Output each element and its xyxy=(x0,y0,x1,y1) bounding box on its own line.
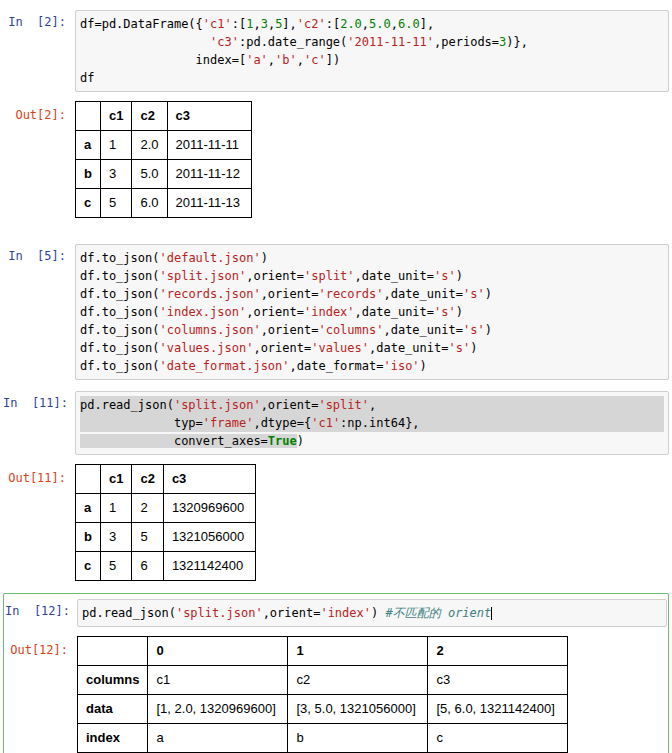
code-token xyxy=(80,35,210,49)
output-area: c1c2c3a121320969600b351321056000c5613211… xyxy=(75,462,256,583)
code-token: ) xyxy=(470,341,477,355)
table-cell: 3 xyxy=(100,160,131,189)
table-index-cell: b xyxy=(76,523,101,552)
code-token: 'index.json' xyxy=(159,305,246,319)
code-line: df.to_json('columns.json',orient='column… xyxy=(80,321,664,339)
table-cell: 2 xyxy=(132,494,163,523)
output-area: c1c2c3a12.02011-11-11b35.02011-11-12c56.… xyxy=(75,99,252,220)
table-header-cell: 2 xyxy=(428,637,568,666)
table-cell: b xyxy=(288,724,428,753)
code-token: 'iso' xyxy=(383,359,419,373)
code-token: 'c1' xyxy=(311,416,340,430)
table-row: b35.02011-11-12 xyxy=(76,160,252,189)
code-token: , xyxy=(391,17,398,31)
code-token: 'split.json' xyxy=(159,269,246,283)
code-token: 'columns.json' xyxy=(159,323,260,337)
table-cell: c2 xyxy=(288,666,428,695)
table-cell: a xyxy=(148,724,288,753)
code-token: 'columns' xyxy=(318,323,383,337)
output-prompt: Out[11]: xyxy=(3,462,75,485)
table-cell: [3, 5.0, 1321056000] xyxy=(288,695,428,724)
code-token: df.to_json( xyxy=(80,359,159,373)
code-token: 'records' xyxy=(318,287,383,301)
table-index-cell: columns xyxy=(78,666,148,695)
code-token: 's' xyxy=(463,287,485,301)
code-token: convert_axes= xyxy=(80,434,268,448)
code-token: ,orient= xyxy=(261,323,319,337)
code-token: 'values' xyxy=(311,341,369,355)
notebook-cell-in11: In [11]: pd.read_json('split.json',orien… xyxy=(3,391,669,583)
table-header-cell: c2 xyxy=(132,102,167,131)
table-row: data[1, 2.0, 1320969600][3, 5.0, 1321056… xyxy=(78,695,568,724)
code-line: df.to_json('index.json',orient='index',d… xyxy=(80,303,664,321)
code-token: typ= xyxy=(80,416,203,430)
table-header-cell: c3 xyxy=(163,465,255,494)
table-cell: 1 xyxy=(100,131,131,160)
table-cell: [5, 6.0, 1321142400] xyxy=(428,695,568,724)
notebook-cell-in2: In [2]: df=pd.DataFrame({'c1':[1,3,5],'c… xyxy=(3,10,669,220)
table-cell: 5 xyxy=(100,189,131,218)
code-editor[interactable]: df=pd.DataFrame({'c1':[1,3,5],'c2':[2.0,… xyxy=(75,10,669,92)
code-token: 'default.json' xyxy=(159,251,260,265)
code-token: ,orient= xyxy=(261,398,319,412)
code-token: 6.0 xyxy=(398,17,420,31)
code-token: 'frame' xyxy=(203,416,254,430)
code-token: ,date_unit= xyxy=(355,305,434,319)
code-token: ) xyxy=(485,287,492,301)
input-prompt: In [11]: xyxy=(3,391,75,410)
code-token: 'index' xyxy=(320,606,371,620)
table-header-cell: c2 xyxy=(132,465,163,494)
table-row: c561321142400 xyxy=(76,552,256,581)
table-cell: 2011-11-11 xyxy=(167,131,251,160)
code-editor[interactable]: pd.read_json('split.json',orient='split'… xyxy=(75,391,669,455)
code-line: df=pd.DataFrame({'c1':[1,3,5],'c2':[2.0,… xyxy=(80,15,664,33)
input-prompt: In [2]: xyxy=(3,10,75,29)
notebook-cell-in5: In [5]: df.to_json('default.json')df.to_… xyxy=(3,244,669,380)
code-editor[interactable]: pd.read_json('split.json',orient='index'… xyxy=(77,599,667,627)
code-token: df.to_json( xyxy=(80,269,159,283)
code-token: 'split' xyxy=(304,269,355,283)
code-token: , xyxy=(253,17,260,31)
table-header-row: c1c2c3 xyxy=(76,102,252,131)
output-row: Out[2]: c1c2c3a12.02011-11-11b35.02011-1… xyxy=(3,99,669,220)
code-editor[interactable]: df.to_json('default.json')df.to_json('sp… xyxy=(75,244,669,380)
table-row: c56.02011-11-13 xyxy=(76,189,252,218)
code-line: 'c3':pd.date_range('2011-11-11',periods=… xyxy=(80,33,664,51)
code-token: 'c2' xyxy=(297,17,326,31)
code-token: :[ xyxy=(232,17,246,31)
table-header-cell: c1 xyxy=(100,102,131,131)
table-cell: 3 xyxy=(100,523,131,552)
table-header-cell: 1 xyxy=(288,637,428,666)
table-cell: 6 xyxy=(132,552,163,581)
table-row: columnsc1c2c3 xyxy=(78,666,568,695)
table-index-cell: data xyxy=(78,695,148,724)
code-token: :[ xyxy=(326,17,340,31)
code-token: ], xyxy=(420,17,434,31)
code-token: pd.read_json( xyxy=(82,606,176,620)
table-header-row: 012 xyxy=(78,637,568,666)
code-token: index=[ xyxy=(80,53,246,67)
table-cell: 5.0 xyxy=(132,160,167,189)
table-cell: 5 xyxy=(132,523,163,552)
table-index-cell: b xyxy=(76,160,101,189)
table-cell: 1320969600 xyxy=(163,494,255,523)
table-cell: 1321142400 xyxy=(163,552,255,581)
code-token: ,date_unit= xyxy=(355,269,434,283)
code-line: df.to_json('split.json',orient='split',d… xyxy=(80,267,664,285)
table-header-cell: 0 xyxy=(148,637,288,666)
table-header-cell xyxy=(76,102,101,131)
code-line: index=['a','b','c']) xyxy=(80,51,664,69)
code-token: ,date_unit= xyxy=(369,341,448,355)
code-token: ) xyxy=(456,269,463,283)
code-token: df=pd.DataFrame({ xyxy=(80,17,203,31)
table-index-cell: c xyxy=(76,552,101,581)
code-token: 's' xyxy=(448,341,470,355)
code-token: ) xyxy=(420,359,427,373)
dataframe-table: 012columnsc1c2c3data[1, 2.0, 1320969600]… xyxy=(77,636,568,753)
code-token: ,orient= xyxy=(253,341,311,355)
input-prompt: In [5]: xyxy=(3,244,75,263)
input-row: In [11]: pd.read_json('split.json',orien… xyxy=(3,391,669,455)
table-cell: c xyxy=(428,724,568,753)
code-token: 'c1' xyxy=(203,17,232,31)
code-token: 'records.json' xyxy=(159,287,260,301)
